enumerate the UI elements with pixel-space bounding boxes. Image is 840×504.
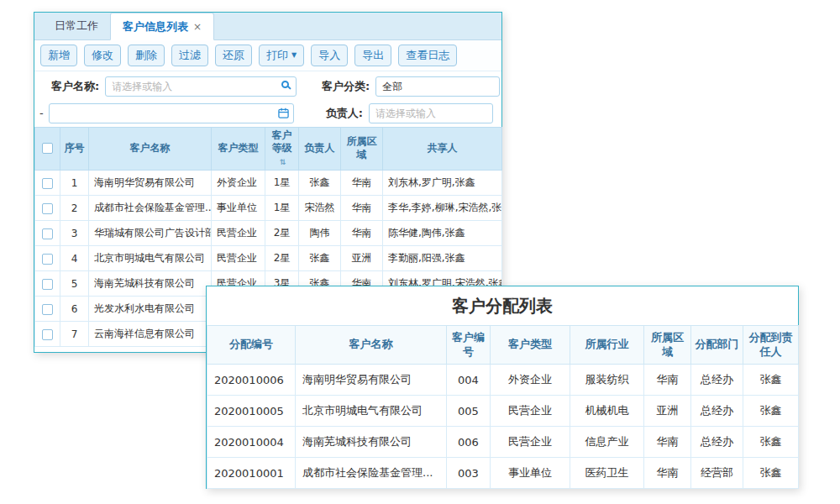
customer-name-link[interactable]: 北京市明城电气有限公司 [89,246,212,271]
checkbox-cell [35,171,60,196]
cell-dept: 总经办 [691,365,743,396]
sort-icon[interactable]: ⇅ [280,158,286,166]
table-row: 2 成都市社会保险基金管理... 事业单位 1星 宋浩然 华南 李华,李婷,柳琳… [35,196,502,221]
checkbox-cell [35,322,60,347]
customer-name-input[interactable] [105,76,297,97]
col-header-industry: 所属行业 [570,326,644,365]
owner-link[interactable]: 宋浩然 [299,196,341,221]
cell-type: 民营企业 [491,396,570,427]
row-checkbox[interactable] [42,178,53,189]
allocation-list-window: 客户分配列表 分配编号 客户名称 客户编号 客户类型 所属行业 所属区域 分配部… [206,286,799,489]
cell-shared: 陈华健,陶伟,张鑫 [383,221,502,246]
cell-cust-no: 003 [447,458,491,489]
owner-link[interactable]: 张鑫 [299,171,341,196]
calendar-icon[interactable] [278,108,289,118]
allocation-no-link[interactable]: 2020010001 [207,458,296,489]
table-header-row: 序号 客户名称 客户类型 客户等级⇅ 负责人 所属区域 共享人 [35,127,502,171]
customer-name-field-wrap [105,76,297,97]
customer-name-link[interactable]: 华瑞城有限公司广告设计部 [89,221,212,246]
col-header-label: 客户等级 [272,129,292,155]
allocation-title: 客户分配列表 [207,286,798,325]
tab-customer-info-list[interactable]: 客户信息列表 × [110,13,214,40]
row-checkbox[interactable] [42,203,53,214]
cell-level: 2星 [265,221,299,246]
cell-region: 亚洲 [644,396,691,427]
modify-button[interactable]: 修改 [84,45,121,66]
button-label: 查看日志 [406,49,449,62]
delete-button[interactable]: 删除 [128,45,165,66]
import-button[interactable]: 导入 [311,45,348,66]
close-icon[interactable]: × [193,22,202,32]
row-checkbox[interactable] [42,254,53,265]
cell-region: 华南 [341,171,383,196]
button-label: 导入 [318,49,340,62]
tab-label: 日常工作 [55,18,98,34]
col-header-name: 客户名称 [296,326,447,365]
assignee-link[interactable]: 张鑫 [743,458,799,489]
tab-daily-work[interactable]: 日常工作 [43,13,110,39]
owner-link[interactable]: 陶伟 [299,221,341,246]
cell-industry: 医药卫生 [570,458,644,489]
customer-name-link[interactable]: 成都市社会保险基金管理... [89,196,212,221]
filter-button[interactable]: 过滤 [171,45,208,66]
cell-type: 民营企业 [212,221,265,246]
cell-type: 民营企业 [491,427,570,458]
assignee-link[interactable]: 张鑫 [743,427,799,458]
checkbox-cell [35,297,60,322]
col-header-level[interactable]: 客户等级⇅ [265,127,299,171]
customer-name-link[interactable]: 光发水利水电有限公司 [89,297,212,322]
assignee-link[interactable]: 张鑫 [743,396,799,427]
row-checkbox[interactable] [42,279,53,290]
allocation-table: 分配编号 客户名称 客户编号 客户类型 所属行业 所属区域 分配部门 分配到责任… [207,325,799,489]
owner-link[interactable]: 张鑫 [299,246,341,271]
owner-input[interactable] [369,103,493,123]
customer-name-link[interactable]: 海南芜城科技有限公司 [296,427,447,458]
customer-name-link[interactable]: 海南芜城科技有限公司 [89,271,212,297]
allocation-row: 2020010004 海南芜城科技有限公司 006 民营企业 信息产业 华南 总… [207,427,799,458]
customer-name-link[interactable]: 云南海祥信息有限公司 [89,322,212,347]
assignee-link[interactable]: 张鑫 [743,365,799,396]
select-all-checkbox[interactable] [42,143,53,154]
cell-region: 华南 [341,221,383,246]
date-field-wrap [49,103,294,123]
search-icon[interactable] [281,81,289,88]
col-header-shared: 共享人 [383,127,502,171]
col-header-no: 序号 [60,127,89,171]
row-checkbox[interactable] [42,304,53,315]
checkbox-cell [35,221,60,246]
row-checkbox[interactable] [42,329,53,340]
button-label: 删除 [135,49,157,62]
col-header-alloc-no: 分配编号 [207,326,296,365]
col-header-region: 所属区域 [341,127,383,171]
allocation-no-link[interactable]: 2020010005 [207,396,296,427]
add-button[interactable]: 新增 [40,45,77,66]
customer-name-link[interactable]: 海南明华贸易有限公司 [89,171,212,196]
category-select[interactable]: 全部 [375,76,500,97]
allocation-no-link[interactable]: 2020010006 [207,365,296,396]
customer-name-link[interactable]: 海南明华贸易有限公司 [296,365,447,396]
view-log-button[interactable]: 查看日志 [398,45,457,66]
export-button[interactable]: 导出 [354,45,391,66]
col-header-owner: 负责人 [299,127,341,171]
cell-level: 1星 [265,196,299,221]
allocation-no-link[interactable]: 2020010004 [207,427,296,458]
cell-dept: 总经办 [691,396,743,427]
cell-cust-no: 006 [447,427,491,458]
allocation-row: 2020010001 成都市社会保险基金管理... 003 事业单位 医药卫生 … [207,458,799,489]
customer-category-label: 客户分类: [322,79,370,94]
customer-name-label: 客户名称: [51,79,99,94]
customer-name-link[interactable]: 成都市社会保险基金管理... [296,458,447,489]
button-label: 修改 [92,49,113,62]
row-checkbox[interactable] [42,228,53,239]
cell-type: 外资企业 [212,171,265,196]
date-input[interactable] [49,103,294,123]
restore-button[interactable]: 还原 [215,45,252,66]
print-button[interactable]: 打印 ▼ [259,45,304,66]
select-all-cell [35,127,60,171]
owner-field-wrap [369,103,493,123]
toolbar: 新增 修改 删除 过滤 还原 打印 ▼ 导入 导出 查看日志 [34,40,501,71]
col-header-type: 客户类型 [491,326,570,365]
button-label: 新增 [48,49,70,62]
table-header-row: 分配编号 客户名称 客户编号 客户类型 所属行业 所属区域 分配部门 分配到责任… [207,326,799,365]
customer-name-link[interactable]: 北京市明城电气有限公司 [296,396,447,427]
